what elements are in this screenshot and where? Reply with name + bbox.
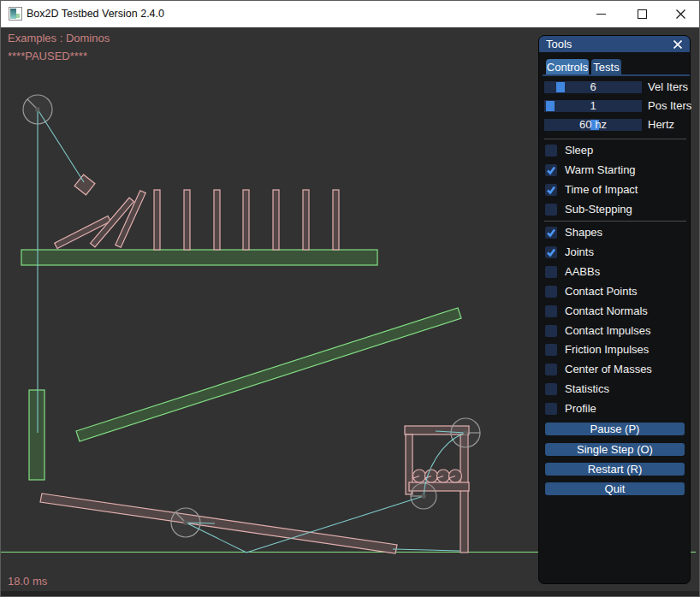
app-window: Examples : Dominos ****PAUSED**** 18.0 m… — [0, 0, 700, 597]
close-button[interactable] — [661, 1, 700, 27]
checkbox-statistics[interactable]: Statistics — [545, 383, 609, 395]
dynamic-bodies — [40, 174, 469, 553]
tab-underline — [543, 74, 690, 76]
checkbox — [545, 325, 557, 337]
pause-button[interactable]: Pause (P) — [545, 423, 685, 435]
domino — [184, 190, 190, 250]
frame-right-post — [460, 434, 468, 553]
check-icon — [545, 227, 557, 239]
pos-iters-slider[interactable]: 1 — [544, 100, 642, 112]
example-caption: Examples : Dominos — [8, 32, 110, 44]
domino — [303, 190, 309, 250]
pos-iters-label: Pos Iters — [648, 100, 691, 112]
checkbox — [545, 364, 557, 375]
vertical-plank — [29, 390, 44, 480]
tools-panel-titlebar[interactable]: Tools — [539, 36, 690, 52]
check-icon — [545, 246, 557, 258]
domino — [273, 190, 279, 250]
checkbox-contact-points[interactable]: Contact Points — [545, 286, 638, 298]
tools-panel-title: Tools — [546, 38, 572, 50]
checkbox — [545, 383, 557, 395]
checkbox — [545, 204, 557, 216]
hertz-slider[interactable]: 60 hz — [544, 119, 642, 131]
domino — [333, 190, 339, 250]
checkbox — [545, 145, 557, 157]
domino-shelf — [21, 250, 377, 265]
checkbox-contact-normals[interactable]: Contact Normals — [545, 305, 648, 317]
hertz-label: Hertz — [648, 119, 674, 131]
separator — [544, 221, 686, 222]
tools-close-button[interactable] — [673, 39, 683, 50]
checkbox-warm-starting[interactable]: Warm Starting — [545, 164, 636, 176]
separator — [544, 139, 686, 139]
checkbox-profile[interactable]: Profile — [545, 403, 596, 415]
check-icon — [545, 164, 557, 176]
checkbox — [545, 164, 557, 176]
checkbox-contact-impulses[interactable]: Contact Impulses — [545, 325, 650, 337]
domino — [243, 190, 249, 250]
restart-button[interactable]: Restart (R) — [545, 463, 685, 476]
minimize-button[interactable] — [581, 1, 620, 27]
close-icon — [673, 40, 682, 49]
vel-iters-value: 6 — [544, 81, 642, 93]
checkbox-time-of-impact[interactable]: Time of Impact — [545, 184, 638, 196]
check-icon — [545, 184, 557, 196]
checkbox-shapes[interactable]: Shapes — [545, 227, 602, 239]
titlebar: Box2D Testbed Version 2.4.0 — [1, 1, 699, 27]
single-step-button[interactable]: Single Step (O) — [545, 443, 685, 456]
checkbox — [545, 227, 557, 239]
joint-anchors — [36, 108, 468, 525]
checkbox — [545, 266, 557, 278]
maximize-icon — [638, 9, 647, 19]
checkbox-sleep[interactable]: Sleep — [545, 145, 593, 157]
checkbox — [545, 344, 557, 356]
checkbox — [545, 305, 557, 317]
quit-button[interactable]: Quit — [545, 482, 685, 495]
hertz-value: 60 hz — [544, 119, 642, 131]
minimize-icon — [596, 14, 606, 15]
domino — [214, 190, 220, 250]
close-icon — [676, 9, 685, 19]
seesaw-plank — [40, 494, 397, 553]
checkbox-sub-stepping[interactable]: Sub-Stepping — [545, 204, 632, 216]
checkbox — [545, 403, 557, 415]
frame-time-label: 18.0 ms — [8, 575, 47, 588]
checkbox — [545, 246, 557, 258]
tools-panel: Tools Controls Tests 6 Vel Iters 1 Pos I… — [538, 35, 691, 584]
window-title: Box2D Testbed Version 2.4.0 — [27, 1, 164, 27]
app-icon — [9, 7, 22, 21]
paused-banner: ****PAUSED**** — [8, 50, 87, 62]
inclined-plank — [76, 308, 461, 441]
maximize-button[interactable] — [622, 1, 661, 27]
window-bottom-edge — [1, 591, 699, 597]
tab-tests[interactable]: Tests — [591, 59, 621, 74]
suspended-box — [74, 174, 95, 195]
pos-iters-value: 1 — [544, 100, 642, 112]
checkbox-aabbs[interactable]: AABBs — [545, 266, 600, 278]
tab-controls[interactable]: Controls — [546, 59, 589, 74]
checkbox — [545, 286, 557, 298]
checkbox-joints[interactable]: Joints — [545, 246, 594, 258]
checkbox-center-of-masses[interactable]: Center of Masses — [545, 364, 652, 375]
checkbox-friction-impulses[interactable]: Friction Impulses — [545, 344, 649, 356]
vel-iters-slider[interactable]: 6 — [544, 81, 642, 93]
checkbox — [545, 184, 557, 196]
vel-iters-label: Vel Iters — [648, 81, 688, 93]
domino — [154, 190, 160, 250]
